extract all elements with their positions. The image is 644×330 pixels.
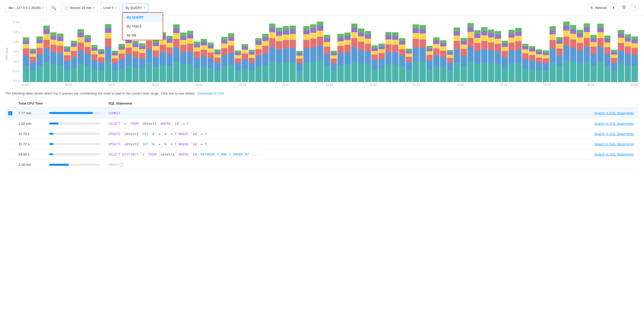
- refresh-main[interactable]: ↻ Refresh: [587, 4, 610, 11]
- bar-segment: [303, 40, 310, 48]
- bar-segment: [631, 55, 638, 66]
- checkbox-cell: [5, 149, 15, 159]
- time-range-selector[interactable]: 🕐 Recent 15 min ▾: [61, 3, 98, 12]
- settings-icon[interactable]: ⚙: [620, 3, 628, 11]
- bar-segment: [30, 62, 36, 70]
- table-row[interactable]: 3.18 minOthers?: [5, 159, 639, 170]
- bar-segment: [84, 35, 91, 38]
- bar-segment: [529, 55, 535, 60]
- dropdown-item-by-db[interactable]: By DB: [123, 31, 163, 40]
- bar-group: [365, 21, 371, 82]
- bar-segment: [597, 32, 604, 38]
- sql-statement: UPDATE `sbtest2` SET `k` = `k` + ? WHERE…: [108, 142, 207, 146]
- bar-segment: [303, 63, 310, 82]
- x-label-9: 01:04: [413, 83, 420, 86]
- bar-segment: [310, 47, 317, 62]
- bar-group: [235, 21, 241, 82]
- search-sql-link[interactable]: Search in SQL Statements: [594, 152, 634, 156]
- table-row[interactable]: ✓7.77 minCOMMITSearch in SQL Statements: [5, 108, 639, 118]
- cpu-time-cell: 3.18 min: [15, 159, 46, 170]
- search-sql-link[interactable]: Search in SQL Statements: [594, 132, 634, 136]
- y-label-2: 2.0 s: [9, 40, 19, 43]
- search-sql-link[interactable]: Search in SQL Statements: [594, 122, 634, 126]
- bar-segment: [577, 30, 583, 33]
- bar-group: [502, 21, 508, 82]
- search-sql-link[interactable]: Search in SQL Statements: [594, 111, 634, 115]
- bar-segment: [467, 38, 474, 47]
- bar-segment: [467, 47, 474, 61]
- bar-segment: [618, 43, 624, 51]
- progress-bar-wrapper: [49, 112, 102, 114]
- table-row[interactable]: 31.72 sUPDATE `sbtest2` SET `k` = `k` + …: [5, 139, 639, 149]
- help-icon[interactable]: ?: [631, 3, 639, 11]
- bar-group: [495, 21, 501, 82]
- table-row[interactable]: 31.74 sUPDATE `sbtest1` SET `k` = `k` + …: [5, 129, 639, 139]
- bar-group: [187, 21, 193, 82]
- bar-segment: [119, 44, 125, 46]
- bar-segment: [167, 47, 173, 54]
- bar-segment: [604, 54, 611, 66]
- bar-segment: [84, 47, 91, 54]
- bar-segment: [631, 48, 638, 55]
- bar-segment: [331, 55, 337, 58]
- bar-segment: [495, 39, 501, 44]
- bar-segment: [132, 44, 139, 47]
- bar-segment: [303, 26, 310, 30]
- bar-segment: [255, 38, 262, 41]
- group-by-selector[interactable]: By QUERY ▾: [122, 3, 148, 12]
- bar-segment: [413, 24, 419, 28]
- bar-segment: [187, 51, 193, 64]
- x-label-5: 01:00: [239, 83, 246, 86]
- progress-bar: [49, 112, 101, 114]
- bar-segment: [502, 57, 508, 67]
- others-help-icon[interactable]: ?: [119, 163, 123, 167]
- search-icon-btn[interactable]: 🔍: [49, 3, 58, 12]
- limit-selector[interactable]: Limit 5 ▾: [100, 3, 120, 12]
- bar-segment: [590, 54, 597, 66]
- bar-segment: [57, 46, 63, 53]
- bar-segment: [584, 47, 590, 61]
- dropdown-item-by-table[interactable]: By TABLE: [123, 22, 163, 31]
- bar-segment: [208, 43, 214, 45]
- refresh-arrow[interactable]: ▾: [610, 4, 617, 11]
- bar-segment: [214, 58, 221, 63]
- bar-cell: [46, 129, 105, 139]
- bar-group: [522, 21, 529, 82]
- bar-segment: [618, 51, 624, 64]
- table-row[interactable]: 29.93 sSELECT DISTINCT `c` FROM `sbtest1…: [5, 149, 639, 159]
- bar-segment: [351, 47, 358, 61]
- bar-segment: [625, 38, 631, 42]
- row-checkbox[interactable]: ✓: [8, 111, 12, 115]
- bar-segment: [481, 27, 487, 31]
- bar-segment: [125, 48, 132, 55]
- sql-statement: UPDATE `sbtest1` SET `k` = `k` + ? WHERE…: [108, 132, 207, 136]
- bar-segment: [50, 40, 57, 45]
- bar-segment: [406, 49, 412, 51]
- bar-segment: [36, 36, 43, 39]
- sql-cell: UPDATE `sbtest1` SET `k` = `k` + ? WHERE…: [105, 129, 513, 139]
- instance-selector[interactable]: tikv - 127.0.0.1:20160 ▾: [5, 3, 47, 12]
- bar-segment: [502, 47, 508, 51]
- refresh-button[interactable]: ↻ Refresh ▾: [587, 3, 617, 12]
- bar-segment: [536, 54, 542, 58]
- bar-segment: [536, 71, 542, 82]
- bar-segment: [317, 46, 323, 61]
- search-sql-link[interactable]: Search in SQL Statements: [594, 142, 634, 146]
- bar-segment: [372, 55, 378, 60]
- bar-segment: [105, 38, 111, 47]
- bar-segment: [180, 65, 187, 82]
- bars-chart: [22, 21, 639, 82]
- bar-group: [406, 21, 412, 82]
- dropdown-item-by-query[interactable]: By QUERY: [123, 13, 163, 22]
- bar-segment: [440, 51, 446, 57]
- bar-group: [173, 21, 180, 82]
- bar-segment: [153, 57, 159, 67]
- bar-segment: [221, 40, 228, 44]
- bar-segment: [543, 50, 549, 53]
- bar-segment: [509, 43, 515, 51]
- table-row[interactable]: 1.32 minSELECT `c` FROM `sbtest1` WHERE …: [5, 118, 639, 129]
- bar-segment: [64, 61, 70, 70]
- download-csv-link[interactable]: Download to CSV: [198, 91, 224, 95]
- bar-segment: [249, 58, 255, 63]
- bar-segment: [242, 47, 248, 50]
